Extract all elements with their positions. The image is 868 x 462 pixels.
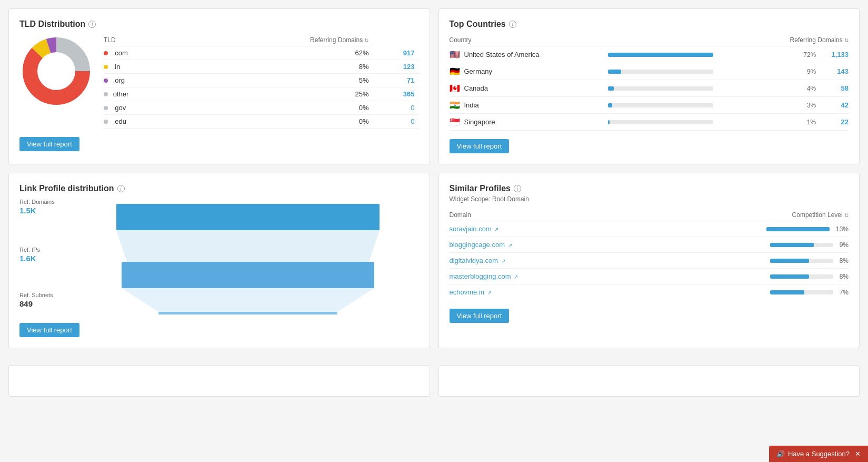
comp-bar-container bbox=[770, 274, 833, 279]
svg-marker-9 bbox=[122, 288, 374, 312]
country-count-cell: 1,133 bbox=[816, 46, 849, 63]
ref-ips-label: Ref. IPs bbox=[19, 247, 67, 253]
profile-comp-cell: 9% bbox=[631, 237, 849, 253]
profile-row: echovme.in ↗ 7% bbox=[450, 284, 849, 300]
tld-title: TLD Distribution i bbox=[19, 19, 419, 29]
profile-domain-cell: bloggingcage.com ↗ bbox=[450, 237, 632, 253]
country-bar-fill bbox=[608, 103, 612, 107]
country-row: 🇸🇬 Singapore 1% 22 bbox=[450, 114, 849, 131]
profile-row: digitalvidya.com ↗ 8% bbox=[450, 253, 849, 269]
tld-name-cell: .org bbox=[104, 74, 189, 87]
tld-pct-cell: 25% bbox=[189, 87, 373, 101]
tld-info-icon[interactable]: i bbox=[88, 21, 96, 28]
widget-scope: Widget Scope: Root Domain bbox=[450, 195, 849, 203]
profile-comp-cell: 13% bbox=[631, 221, 849, 237]
country-col-header: Country bbox=[450, 34, 608, 46]
competition-level-col-header: Competition Level ⇅ bbox=[631, 209, 849, 221]
country-row: 🇺🇸 United States of America 72% 1,133 bbox=[450, 46, 849, 63]
sort-icon[interactable]: ⇅ bbox=[844, 37, 849, 43]
sort-icon[interactable]: ⇅ bbox=[844, 212, 849, 218]
tld-row: .com 62% 917 bbox=[104, 46, 419, 60]
country-label: Singapore bbox=[464, 118, 495, 126]
country-name-cell: 🇮🇳 India bbox=[450, 97, 608, 114]
country-bar-cell bbox=[608, 80, 794, 97]
tld-color-dot bbox=[104, 92, 108, 96]
profile-domain-link[interactable]: digitalvidya.com bbox=[450, 257, 498, 264]
country-bar-cell bbox=[608, 63, 794, 80]
funnel-chart bbox=[77, 199, 419, 314]
comp-pct-value: 13% bbox=[836, 225, 849, 233]
profile-domain-link[interactable]: soravjain.com bbox=[450, 225, 492, 233]
profile-domain-cell: masterblogging.com ↗ bbox=[450, 269, 632, 284]
profiles-view-full-report-button[interactable]: View full report bbox=[450, 309, 510, 323]
country-name-cell: 🇺🇸 United States of America bbox=[450, 46, 608, 63]
country-label: Canada bbox=[464, 84, 488, 92]
country-bar-container bbox=[608, 70, 713, 74]
tld-row: .edu 0% 0 bbox=[104, 115, 419, 129]
profile-domain-cell: digitalvidya.com ↗ bbox=[450, 253, 632, 269]
country-bar-fill bbox=[608, 86, 614, 91]
country-pct-cell: 3% bbox=[794, 97, 816, 114]
tld-color-dot bbox=[104, 51, 108, 55]
link-profile-view-full-report-button[interactable]: View full report bbox=[19, 323, 79, 337]
profile-domain-link[interactable]: bloggingcage.com bbox=[450, 241, 505, 249]
profile-comp-cell: 8% bbox=[631, 269, 849, 284]
profile-domain-cell: soravjain.com ↗ bbox=[450, 221, 632, 237]
tld-color-dot bbox=[104, 78, 108, 83]
profile-row: masterblogging.com ↗ 8% bbox=[450, 269, 849, 284]
bottom-left-card bbox=[8, 365, 430, 397]
ref-domains-value: 1.5K bbox=[19, 206, 67, 215]
link-profile-title-text: Link Profile distribution bbox=[19, 184, 114, 193]
comp-bar-fill bbox=[770, 274, 809, 279]
tld-row: .gov 0% 0 bbox=[104, 101, 419, 115]
country-row: 🇮🇳 India 3% 42 bbox=[450, 97, 849, 114]
tld-label: other bbox=[113, 90, 129, 98]
country-pct-cell: 1% bbox=[794, 114, 816, 131]
tld-content: TLD Referring Domains ⇅ .com 62% 917 .in bbox=[19, 34, 419, 129]
country-bar-cell bbox=[608, 114, 794, 131]
country-bar-cell bbox=[608, 46, 794, 63]
profile-domain-link[interactable]: echovme.in bbox=[450, 288, 484, 296]
tld-row: .org 5% 71 bbox=[104, 74, 419, 87]
tld-referring-domains-header: Referring Domains ⇅ bbox=[189, 34, 373, 46]
tld-label: .in bbox=[113, 63, 121, 71]
tld-count-cell: 365 bbox=[373, 87, 418, 101]
comp-bar-container bbox=[766, 227, 830, 231]
country-label: United States of America bbox=[464, 51, 540, 58]
country-flag: 🇺🇸 bbox=[450, 50, 460, 60]
tld-row: other 25% 365 bbox=[104, 87, 419, 101]
country-count-cell: 22 bbox=[816, 114, 849, 131]
domain-col-header: Domain bbox=[450, 209, 632, 221]
sort-icon[interactable]: ⇅ bbox=[364, 37, 368, 43]
country-label: India bbox=[464, 101, 479, 109]
tld-pct-cell: 0% bbox=[189, 115, 373, 129]
ref-subnets-value: 849 bbox=[19, 299, 67, 308]
svg-rect-8 bbox=[122, 262, 374, 288]
link-profile-info-icon[interactable]: i bbox=[117, 185, 125, 192]
country-pct-cell: 72% bbox=[794, 46, 816, 63]
country-count-cell: 42 bbox=[816, 97, 849, 114]
svg-rect-10 bbox=[158, 312, 337, 314]
countries-view-full-report-button[interactable]: View full report bbox=[450, 139, 510, 153]
similar-profiles-card: Similar Profiles i Widget Scope: Root Do… bbox=[438, 173, 860, 348]
country-count-cell: 58 bbox=[816, 80, 849, 97]
tld-table: TLD Referring Domains ⇅ .com 62% 917 .in bbox=[104, 34, 419, 129]
tld-view-full-report-button[interactable]: View full report bbox=[19, 137, 79, 151]
external-link-icon: ↗ bbox=[487, 290, 492, 296]
external-link-icon: ↗ bbox=[514, 274, 518, 280]
top-countries-info-icon[interactable]: i bbox=[509, 21, 516, 28]
tld-color-dot bbox=[104, 120, 108, 124]
country-flag: 🇨🇦 bbox=[450, 83, 460, 93]
tld-label: .com bbox=[113, 49, 128, 57]
tld-count-cell: 123 bbox=[373, 60, 418, 74]
country-bar-container bbox=[608, 86, 713, 91]
tld-title-text: TLD Distribution bbox=[19, 19, 85, 29]
referring-domains-col-header: Referring Domains ⇅ bbox=[608, 34, 849, 46]
comp-bar-fill bbox=[766, 227, 830, 231]
ref-ips-value: 1.6K bbox=[19, 254, 67, 263]
comp-bar-container bbox=[770, 290, 833, 294]
similar-profiles-info-icon[interactable]: i bbox=[514, 185, 521, 192]
svg-rect-6 bbox=[116, 204, 380, 230]
profile-domain-link[interactable]: masterblogging.com bbox=[450, 272, 511, 280]
tld-count-cell: 917 bbox=[373, 46, 418, 60]
